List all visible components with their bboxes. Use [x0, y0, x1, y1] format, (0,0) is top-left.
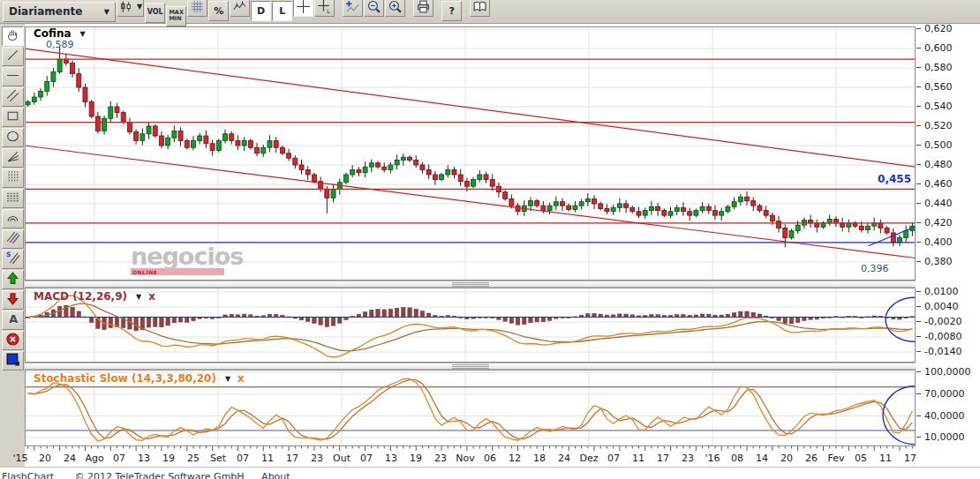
- max-min-button[interactable]: MAXMIN: [166, 6, 186, 26]
- date-axis-label: 17: [279, 453, 305, 464]
- date-axis-label: 23: [675, 453, 701, 464]
- parallel-channel-tool[interactable]: [2, 87, 24, 107]
- grid-toggle-button[interactable]: [187, 0, 207, 17]
- crosshair-l-icon: L: [317, 0, 332, 14]
- trendline-icon: [5, 48, 20, 65]
- date-axis-label: 23: [304, 453, 330, 464]
- support-level-label: 0,396: [861, 263, 889, 274]
- date-axis-label: 25: [180, 453, 207, 464]
- about-link[interactable]: About: [261, 471, 290, 479]
- ellipse-tool[interactable]: [2, 128, 24, 147]
- macd-axis-label: -0,0140: [916, 346, 961, 357]
- stochastic-header: Stochastic Slow (14,3,3,80,20) ▼ x: [34, 372, 246, 385]
- copyright-text: © 2012 TeleTrader Software GmbH: [75, 471, 245, 479]
- delete-tool[interactable]: [2, 331, 24, 350]
- macd-axis-label: -0,0020: [916, 316, 961, 327]
- date-axis-label: Dez: [576, 453, 602, 464]
- date-axis-label: Fev: [823, 453, 849, 464]
- line-chart-button[interactable]: L: [272, 1, 292, 21]
- flashchart-window: Diariamente ▼ ▼VOLMAXMIN%DLL? SA negocio…: [0, 0, 980, 479]
- arrow-up-icon: [5, 271, 20, 288]
- chevron-down-icon[interactable]: ▼: [136, 293, 141, 301]
- trendline-tool[interactable]: [2, 47, 24, 66]
- s-speed-lines-tool[interactable]: S: [2, 250, 24, 269]
- date-axis-label: 08: [724, 453, 750, 464]
- percent-scale-button[interactable]: %: [208, 1, 229, 21]
- fan-lines-tool[interactable]: [2, 148, 24, 168]
- speed-lines-tool[interactable]: [2, 229, 24, 249]
- date-axis-label: 07: [106, 453, 132, 464]
- rect-icon: [5, 109, 20, 126]
- fibonacci-retracement-tool[interactable]: [2, 189, 24, 208]
- text-tool[interactable]: A: [2, 311, 24, 330]
- stochastic-axis-label: 100,0000: [916, 366, 971, 378]
- price-axis-label: 0,480: [916, 159, 953, 170]
- volume-button-label: VOL: [147, 9, 163, 16]
- indicator-line-button[interactable]: [230, 0, 250, 17]
- date-axis-label: 07: [353, 453, 380, 464]
- print-icon: [416, 0, 431, 14]
- price-axis-label: 0,500: [916, 139, 953, 151]
- status-bar: FlashChart © 2012 TeleTrader Software Gm…: [0, 467, 980, 479]
- manual-button[interactable]: [470, 0, 490, 17]
- arrow-up-tool[interactable]: [2, 270, 24, 289]
- speed-lines-icon: [5, 230, 20, 248]
- macd-panel[interactable]: [25, 288, 916, 363]
- hand-icon: [5, 27, 20, 45]
- pan-tool[interactable]: [2, 26, 24, 46]
- chevron-down-icon[interactable]: ▼: [225, 375, 230, 383]
- date-axis-label: 11: [872, 453, 899, 464]
- candlestick-icon: [118, 0, 133, 14]
- add-study-button[interactable]: [343, 0, 363, 17]
- help-button[interactable]: ?: [441, 1, 462, 21]
- stochastic-close-icon[interactable]: x: [236, 372, 246, 385]
- chevron-down-icon[interactable]: ▼: [80, 30, 86, 38]
- rectangle-tool[interactable]: [2, 108, 24, 127]
- volume-button[interactable]: VOL: [145, 3, 165, 23]
- fan-icon: [5, 149, 20, 167]
- help-book-icon: [472, 0, 487, 14]
- date-axis-label: 05: [848, 453, 874, 464]
- price-axis-label: 0,380: [916, 256, 953, 267]
- macd-close-icon[interactable]: x: [147, 290, 157, 303]
- crosshair-button[interactable]: [293, 0, 313, 17]
- price-axis-label: 0,620: [916, 23, 953, 34]
- period-dropdown-label: Diariamente: [9, 6, 82, 17]
- color-picker-tool[interactable]: [2, 351, 24, 370]
- symbol-title: Cofina: [34, 27, 72, 40]
- macd-svg: [25, 288, 916, 363]
- stochastic-label: Stochastic Slow (14,3,3,80,20): [34, 372, 216, 385]
- date-axis-label: '16: [699, 453, 726, 464]
- vertical-lines-icon: [5, 169, 20, 187]
- panel-splitter-1[interactable]: [25, 281, 916, 288]
- arrow-down-tool[interactable]: [2, 290, 24, 310]
- app-name: FlashChart: [2, 471, 54, 479]
- drawing-tool-palette: SA: [0, 24, 25, 479]
- crosshair-icon: [296, 0, 311, 14]
- fibonacci-arcs-tool[interactable]: [2, 209, 24, 228]
- date-axis-label: '15: [7, 453, 34, 464]
- stochastic-axis-label: 40,0000: [916, 410, 965, 422]
- date-axis-label: 17: [650, 453, 676, 464]
- crosshair-label-button[interactable]: L: [314, 0, 335, 17]
- date-axis-label: 14: [749, 453, 775, 464]
- negocios-watermark: negocios ONLINE: [131, 246, 243, 275]
- text-a-icon: A: [5, 311, 20, 329]
- ellipse-icon: [5, 129, 20, 146]
- vertical-lines-tool[interactable]: [2, 168, 24, 188]
- date-axis-label: 24: [551, 453, 577, 464]
- date-axis-label: 19: [403, 453, 429, 464]
- chart-type-dropdown[interactable]: ▼: [117, 0, 144, 17]
- macd-axis-label: 0,0100: [916, 286, 959, 297]
- svg-text:S: S: [6, 251, 11, 258]
- period-dropdown[interactable]: Diariamente ▼: [3, 2, 116, 22]
- daily-button[interactable]: D: [251, 1, 271, 21]
- print-button[interactable]: [413, 0, 433, 17]
- zoom-out-button[interactable]: [364, 0, 384, 17]
- panel-splitter-2[interactable]: [25, 363, 916, 370]
- zoom-in-icon: [388, 0, 403, 14]
- date-axis-label: Ago: [81, 453, 108, 464]
- zoom-in-button[interactable]: [385, 0, 405, 17]
- horizontal-line-tool[interactable]: [2, 67, 24, 86]
- date-axis-label: 11: [625, 453, 652, 464]
